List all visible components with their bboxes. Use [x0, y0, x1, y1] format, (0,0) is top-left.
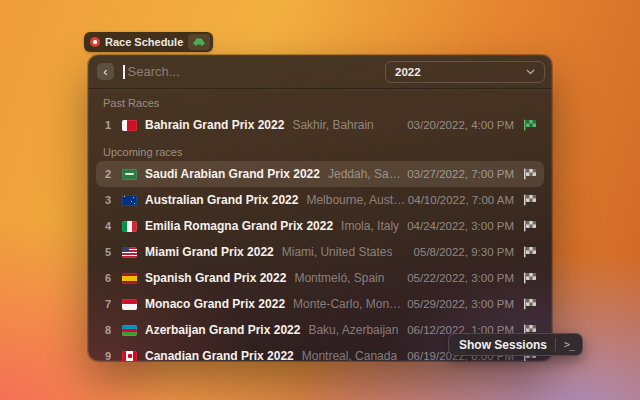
chevron-left-icon: ‹ [103, 65, 107, 78]
race-location: Jeddah, Saudi Arabia [328, 167, 407, 181]
race-title: Australian Grand Prix 2022 [145, 193, 298, 207]
country-flag-icon [122, 169, 137, 180]
race-index: 9 [103, 350, 113, 361]
race-title: Canadian Grand Prix 2022 [145, 349, 294, 361]
car-icon [192, 37, 206, 47]
checkered-flag-icon [523, 220, 537, 232]
race-datetime: 05/8/2022, 9:30 PM [414, 246, 514, 258]
race-list-item[interactable]: 4 Emilia Romagna Grand Prix 2022 Imola, … [96, 213, 544, 239]
country-flag-icon [122, 120, 137, 131]
checkered-flag-icon [523, 272, 537, 284]
race-list-item[interactable]: 1 Bahrain Grand Prix 2022 Sakhir, Bahrai… [96, 112, 544, 138]
country-flag-icon [122, 299, 137, 310]
year-dropdown[interactable]: 2022 [385, 61, 545, 83]
race-datetime: 03/27/2022, 7:00 PM [407, 168, 514, 180]
checkered-flag-icon [523, 119, 537, 131]
show-sessions-tooltip[interactable]: Show Sessions >_ [448, 333, 583, 356]
race-title: Saudi Arabian Grand Prix 2022 [145, 167, 320, 181]
search-input[interactable] [126, 64, 386, 79]
race-location: Imola, Italy [341, 219, 399, 233]
race-location: Monte-Carlo, Monaco [293, 297, 407, 311]
search-field-wrap [123, 64, 385, 79]
chevron-down-icon [526, 69, 535, 75]
race-location: Melbourne, Australia [306, 193, 407, 207]
extension-tag-label: Race Schedule [105, 36, 183, 48]
country-flag-icon [122, 325, 137, 336]
race-index: 8 [103, 324, 113, 336]
race-datetime: 05/22/2022, 3:00 PM [407, 272, 514, 284]
checkered-flag-icon [523, 246, 537, 258]
race-datetime: 04/10/2022, 7:00 AM [408, 194, 514, 206]
country-flag-icon [122, 273, 137, 284]
race-list-item[interactable]: 7 Monaco Grand Prix 2022 Monte-Carlo, Mo… [96, 291, 544, 317]
race-location: Miami, United States [282, 245, 393, 259]
race-datetime: 05/29/2022, 3:00 PM [407, 298, 514, 310]
show-sessions-label: Show Sessions [459, 338, 547, 352]
race-title: Emilia Romagna Grand Prix 2022 [145, 219, 333, 233]
race-title: Bahrain Grand Prix 2022 [145, 118, 284, 132]
race-title: Spanish Grand Prix 2022 [145, 271, 286, 285]
race-index: 7 [103, 298, 113, 310]
race-location: Baku, Azerbaijan [308, 323, 398, 337]
car-chip [188, 34, 210, 50]
race-datetime: 03/20/2022, 4:00 PM [407, 119, 514, 131]
flag-detail [133, 197, 135, 199]
raycast-logo-icon [90, 37, 100, 47]
race-list-item[interactable]: 3 Australian Grand Prix 2022 Melbourne, … [96, 187, 544, 213]
flag-detail [128, 354, 132, 358]
race-list[interactable]: Past Races 1 Bahrain Grand Prix 2022 Sak… [88, 89, 552, 361]
section-header: Upcoming races [96, 138, 544, 161]
race-title: Miami Grand Prix 2022 [145, 245, 274, 259]
section-header: Past Races [96, 89, 544, 112]
shortcut-hint: >_ [556, 339, 582, 350]
race-location: Sakhir, Bahrain [292, 118, 373, 132]
search-bar: ‹ 2022 [88, 55, 552, 89]
year-dropdown-value: 2022 [395, 66, 421, 78]
race-title: Azerbaijan Grand Prix 2022 [145, 323, 300, 337]
flag-detail [125, 173, 133, 175]
race-datetime: 04/24/2022, 3:00 PM [407, 220, 514, 232]
flag-detail [122, 247, 129, 253]
race-title: Monaco Grand Prix 2022 [145, 297, 285, 311]
race-index: 2 [103, 168, 113, 180]
country-flag-icon [122, 195, 137, 206]
race-location: Montreal, Canada [302, 349, 397, 361]
race-index: 5 [103, 246, 113, 258]
race-list-item[interactable]: 2 Saudi Arabian Grand Prix 2022 Jeddah, … [96, 161, 544, 187]
race-index: 3 [103, 194, 113, 206]
screen: Race Schedule ‹ 2022 Past Races 1 Bahrai… [0, 0, 640, 400]
checkered-flag-icon [523, 194, 537, 206]
country-flag-icon [122, 351, 137, 362]
race-location: Montmeló, Spain [294, 271, 384, 285]
checkered-flag-icon [523, 298, 537, 310]
launcher-window: ‹ 2022 Past Races 1 Bahrain Grand Prix 2… [88, 55, 552, 361]
race-list-item[interactable]: 5 Miami Grand Prix 2022 Miami, United St… [96, 239, 544, 265]
country-flag-icon [122, 221, 137, 232]
extension-tag[interactable]: Race Schedule [84, 32, 213, 52]
text-caret [123, 65, 125, 79]
race-index: 1 [103, 119, 113, 131]
race-index: 6 [103, 272, 113, 284]
back-button[interactable]: ‹ [97, 63, 114, 80]
checkered-flag-icon [523, 168, 537, 180]
race-index: 4 [103, 220, 113, 232]
country-flag-icon [122, 247, 137, 258]
race-list-item[interactable]: 6 Spanish Grand Prix 2022 Montmeló, Spai… [96, 265, 544, 291]
